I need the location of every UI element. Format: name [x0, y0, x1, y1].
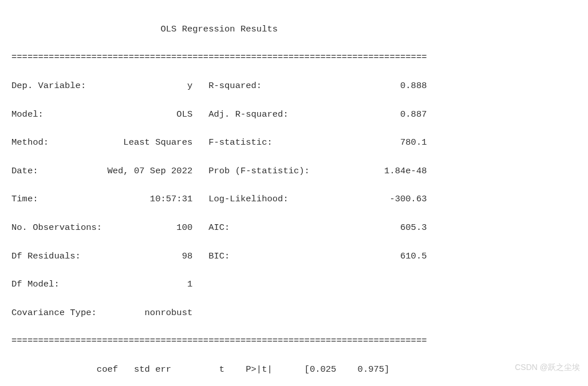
sec1-row7: Df Model: 1	[11, 277, 577, 292]
sec1-row0: Dep. Variable: y R-squared: 0.888	[11, 79, 577, 93]
hr-1: ========================================…	[11, 50, 577, 65]
sec1-row1: Model: OLS Adj. R-squared: 0.887	[11, 108, 577, 122]
coef-header: coef std err t P>|t| [0.025 0.975]	[11, 363, 577, 377]
sec1-row2: Method: Least Squares F-statistic: 780.1	[11, 136, 577, 150]
sec1-row8: Covariance Type: nonrobust	[11, 306, 577, 320]
hr-2: ========================================…	[11, 334, 577, 348]
watermark: CSDN @跃之尘埃	[515, 361, 580, 373]
title-line: OLS Regression Results	[11, 22, 577, 37]
sec1-row5: No. Observations: 100 AIC: 605.3	[11, 221, 577, 235]
sec1-row6: Df Residuals: 98 BIC: 610.5	[11, 249, 577, 264]
sec1-row4: Time: 10:57:31 Log-Likelihood: -300.63	[11, 192, 577, 206]
sec1-row3: Date: Wed, 07 Sep 2022 Prob (F-statistic…	[11, 164, 577, 178]
